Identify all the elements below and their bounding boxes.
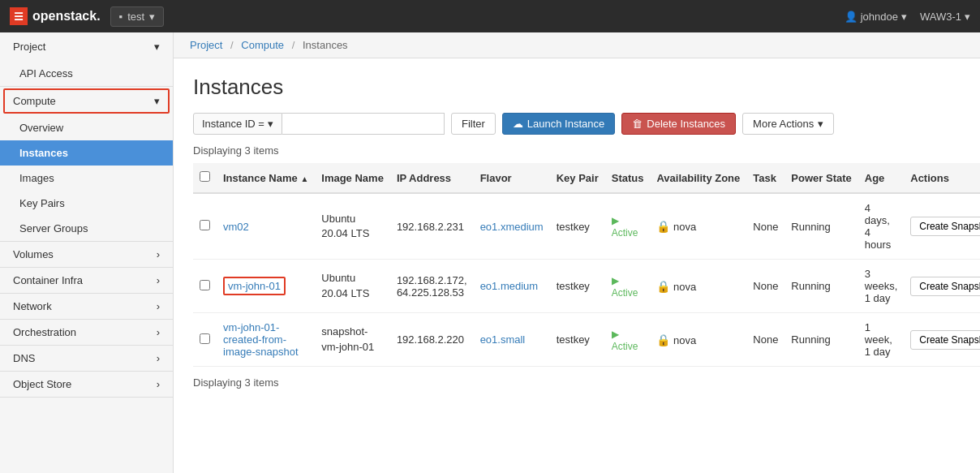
main-content: Project / Compute / Instances Instances … xyxy=(174,32,980,473)
sidebar-item-server-groups[interactable]: Server Groups xyxy=(0,216,173,241)
sidebar-item-overview[interactable]: Overview xyxy=(0,115,173,140)
row-ip-address: 192.168.2.231 xyxy=(390,193,474,260)
action-group: Create Snapshot ▾ xyxy=(910,217,980,236)
row-actions: Create Snapshot ▾ xyxy=(904,313,980,367)
sidebar-network-header[interactable]: Network › xyxy=(0,294,173,319)
instance-name-link[interactable]: vm02 xyxy=(223,221,249,233)
delete-btn-label: Delete Instances xyxy=(647,118,725,130)
logo-icon: ☰ xyxy=(10,7,28,25)
create-snapshot-button[interactable]: Create Snapshot xyxy=(910,277,980,296)
sidebar-compute-header[interactable]: Compute ▾ xyxy=(3,88,170,114)
user-icon: 👤 xyxy=(845,11,858,23)
overview-label: Overview xyxy=(19,122,63,134)
row-keypair: testkey xyxy=(550,193,605,260)
row-checkbox[interactable] xyxy=(200,280,210,290)
sidebar-container-header[interactable]: Container Infra › xyxy=(0,268,173,293)
row-flavor: eo1.medium xyxy=(474,260,550,313)
row-instance-name: vm02 xyxy=(217,193,315,260)
header-power-state: Power State xyxy=(784,163,858,193)
row-status: ▶ Active xyxy=(605,260,651,313)
create-snapshot-button[interactable]: Create Snapshot xyxy=(910,330,980,350)
breadcrumb: Project / Compute / Instances xyxy=(174,32,980,58)
toolbar: Instance ID = ▾ Filter ☁ Launch Instance… xyxy=(193,113,961,135)
table-header-row: Instance Name ▲ Image Name IP Address Fl… xyxy=(193,163,980,193)
header-ip-address: IP Address xyxy=(390,163,474,193)
flavor-link[interactable]: eo1.medium xyxy=(480,280,539,292)
content-area: Instances Instance ID = ▾ Filter ☁ Launc… xyxy=(174,58,980,411)
delete-instances-button[interactable]: 🗑 Delete Instances xyxy=(621,113,736,135)
sidebar-volumes-section: Volumes › xyxy=(0,242,173,268)
row-task: None xyxy=(746,193,784,260)
region-selector[interactable]: WAW3-1 ▾ xyxy=(920,11,970,23)
header-instance-name: Instance Name ▲ xyxy=(217,163,315,193)
navbar-left: ☰ openstack. ▪ test ▾ xyxy=(10,6,164,27)
instances-label: Instances xyxy=(19,147,68,159)
row-checkbox[interactable] xyxy=(200,333,210,344)
compute-chevron: ▾ xyxy=(154,95,160,107)
sidebar-dns-section: DNS › xyxy=(0,346,173,372)
row-image-name: Ubuntu 20.04 LTS xyxy=(315,260,390,313)
filter-button[interactable]: Filter xyxy=(451,113,496,135)
sidebar-volumes-header[interactable]: Volumes › xyxy=(0,242,173,267)
flavor-link[interactable]: eo1.small xyxy=(480,333,526,346)
filter-label: Instance ID = xyxy=(202,118,264,130)
layout: Project ▾ API Access Compute ▾ Overview … xyxy=(0,32,980,473)
row-ip-address: 192.168.2.172, 64.225.128.53 xyxy=(390,260,474,313)
breadcrumb-compute[interactable]: Compute xyxy=(241,39,284,51)
sidebar-dns-header[interactable]: DNS › xyxy=(0,346,173,371)
row-status: ▶ Active xyxy=(605,313,651,367)
project-section-label: Project xyxy=(13,41,45,53)
status-badge: ▶ Active xyxy=(612,215,638,239)
header-image-name: Image Name xyxy=(315,163,390,193)
breadcrumb-sep-1: / xyxy=(230,39,234,51)
create-snapshot-button[interactable]: Create Snapshot xyxy=(910,217,980,236)
sidebar-item-key-pairs[interactable]: Key Pairs xyxy=(0,191,173,216)
header-flavor: Flavor xyxy=(474,163,550,193)
row-image-name: snapshot-vm-john-01 xyxy=(315,313,390,367)
filter-input[interactable] xyxy=(282,113,445,135)
breadcrumb-current: Instances xyxy=(303,39,348,51)
select-all-checkbox[interactable] xyxy=(200,171,210,182)
row-status: ▶ Active xyxy=(605,193,651,260)
row-az: 🔒 nova xyxy=(650,313,746,367)
sidebar-item-images[interactable]: Images xyxy=(0,166,173,191)
project-selector[interactable]: ▪ test ▾ xyxy=(110,6,165,27)
row-instance-name: vm-john-01-created-from-image-snapshot xyxy=(217,313,315,367)
launch-instance-button[interactable]: ☁ Launch Instance xyxy=(502,113,615,135)
object-store-label: Object Store xyxy=(13,378,71,390)
sidebar-object-store-header[interactable]: Object Store › xyxy=(0,372,173,397)
breadcrumb-project[interactable]: Project xyxy=(190,39,222,51)
row-az: 🔒 nova xyxy=(650,193,746,260)
flavor-link[interactable]: eo1.xmedium xyxy=(480,221,544,233)
sidebar-compute-section: Compute ▾ Overview Instances Images Key … xyxy=(0,88,173,242)
more-actions-button[interactable]: More Actions ▾ xyxy=(742,113,834,135)
instance-name-link[interactable]: vm-john-01-created-from-image-snapshot xyxy=(223,321,299,358)
sidebar-item-api-access[interactable]: API Access xyxy=(0,61,173,86)
row-checkbox[interactable] xyxy=(200,220,210,230)
sidebar-network-section: Network › xyxy=(0,294,173,320)
row-task: None xyxy=(746,260,784,313)
region-caret: ▾ xyxy=(965,11,970,23)
username: johndoe xyxy=(861,11,898,23)
user-menu[interactable]: 👤 johndoe ▾ xyxy=(845,11,907,23)
header-key-pair: Key Pair xyxy=(550,163,605,193)
row-task: None xyxy=(746,313,784,367)
sidebar-project-header[interactable]: Project ▾ xyxy=(0,32,173,61)
row-power-state: Running xyxy=(784,193,858,260)
filter-btn-label: Filter xyxy=(462,118,485,130)
instance-name-link[interactable]: vm-john-01 xyxy=(223,277,286,295)
compute-label: Compute xyxy=(13,95,56,107)
filter-dropdown[interactable]: Instance ID = ▾ xyxy=(193,113,282,135)
status-badge: ▶ Active xyxy=(612,329,638,352)
sidebar-orchestration-header[interactable]: Orchestration › xyxy=(0,320,173,345)
navbar: ☰ openstack. ▪ test ▾ 👤 johndoe ▾ WAW3-1… xyxy=(0,0,980,32)
row-checkbox-cell xyxy=(193,193,217,260)
sidebar-project-section: Project ▾ API Access xyxy=(0,32,173,87)
sidebar-orchestration-section: Orchestration › xyxy=(0,320,173,346)
action-group: Create Snapshot ▾ xyxy=(910,330,980,350)
images-label: Images xyxy=(19,172,54,184)
row-age: 1 week, 1 day xyxy=(858,313,904,367)
displaying-count-top: Displaying 3 items xyxy=(193,144,961,157)
sidebar-item-instances[interactable]: Instances xyxy=(0,140,173,166)
network-label: Network xyxy=(13,300,52,312)
